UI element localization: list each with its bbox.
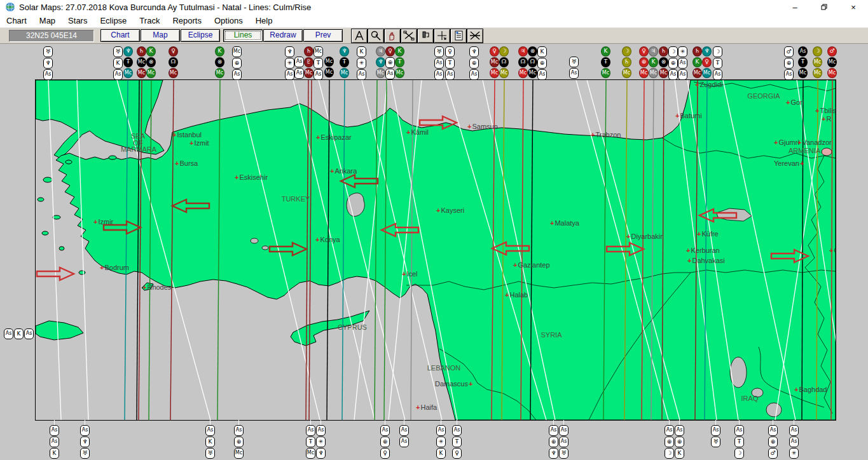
glyph-badge: ♀ [490, 46, 499, 57]
glyph-badge: K [537, 46, 547, 57]
city-marker: +Trabzon [590, 131, 621, 139]
astro-line-badge-stack: ♆⊕As [469, 46, 479, 80]
city-marker: +Tbilisi [815, 107, 836, 114]
glyph-badge: ☽ [499, 46, 509, 57]
astro-line-badge-stack: KŦMc [601, 46, 610, 78]
astro-line-badge-stack: ♆✳As [285, 46, 294, 80]
line-connector [441, 420, 441, 425]
solar-maps-window: { "window": { "title": "Solar Maps: 27.0… [0, 0, 868, 460]
city-cross: + [822, 115, 825, 123]
glyph-badge: As [380, 425, 390, 436]
line-connector [54, 420, 55, 425]
city-label: Diyarbakir [631, 233, 663, 240]
city-cross: + [695, 81, 699, 88]
glyph-badge: Mc [702, 68, 712, 78]
report-tool-icon[interactable] [450, 29, 467, 43]
glyph-badge: Mc [232, 46, 242, 57]
city-cross: + [235, 173, 238, 181]
city-marker: +Dahvakasi [687, 257, 725, 264]
glyph-badge: As [668, 69, 678, 80]
city-cross: + [93, 218, 97, 226]
astro-line-badge-stack: As✳K [436, 425, 446, 459]
glyph-badge: As [43, 69, 53, 80]
glyph-badge: K [601, 46, 610, 57]
app-globe-icon [5, 2, 15, 12]
title-bar: Solar Maps: 27.07.2018 Kova Burcunda Ay … [0, 0, 868, 14]
glyph-badge: ♄ [659, 46, 668, 57]
astro-line-badge-stack: ✳AsAs [678, 46, 687, 80]
menu-map[interactable]: Map [33, 15, 62, 27]
glyph-badge: Mc [639, 68, 649, 78]
astro-line-badge-stack: ♂⊕As [784, 46, 794, 80]
glyph-badge: ♅ [80, 448, 90, 459]
glyph-badge: K [357, 46, 366, 57]
menu-eclipse[interactable]: Eclipse [93, 15, 133, 27]
redraw-button[interactable]: Redraw [263, 29, 303, 42]
glyph-badge: ♅ [113, 46, 123, 57]
astro-line-badge-stack: AsAs [399, 425, 409, 447]
glyph-badge: ♀ [385, 46, 395, 57]
glyph-badge: ✳ [357, 58, 366, 69]
menu-track[interactable]: Track [133, 15, 166, 27]
glyph-badge: Mc [306, 448, 315, 459]
glyph-badge: K [205, 436, 215, 447]
city-marker: +Malatya [549, 219, 579, 227]
map-labels: +Istanbul+Izmit+Bursa+Eskisehir+Izmir+Bo… [36, 80, 836, 420]
region-label: LEBANON [427, 364, 461, 372]
menu-reports[interactable]: Reports [166, 15, 208, 27]
city-marker: +Kâmil [406, 128, 429, 136]
city-label: Izmit [194, 139, 209, 147]
glyph-badge: ♄ [692, 46, 702, 57]
zoom-tool-icon[interactable] [368, 29, 384, 43]
menu-help[interactable]: Help [249, 15, 279, 27]
glyph-badge: As [50, 436, 59, 447]
city-label: Izmir [98, 218, 113, 226]
menu-chart[interactable]: Chart [0, 15, 33, 27]
roller-tool-icon[interactable] [417, 29, 434, 43]
map-view[interactable]: +Istanbul+Izmit+Bursa+Eskisehir+Izmir+Bo… [35, 79, 836, 421]
city-label: Samsun [472, 123, 497, 130]
glyph-badge: As [436, 425, 446, 436]
glyph-badge: ☽ [622, 46, 631, 57]
glyph-badge: As [434, 58, 444, 69]
astro-line-badge-stack: K✳As [357, 46, 366, 80]
astro-line-badge-stack: Mc⊕As [232, 46, 242, 80]
restore-button[interactable] [809, 0, 839, 14]
eclipse-button[interactable]: Eclipse [181, 29, 220, 42]
glyph-badge: As [4, 328, 13, 339]
astro-line-badge-stack: ♆ŦMc [123, 46, 133, 78]
glyph-badge: K [395, 46, 404, 57]
city-label: Ankara [334, 167, 357, 175]
chart-button[interactable]: Chart [100, 29, 140, 42]
glyph-badge: Mc [324, 57, 334, 67]
prev-button[interactable]: Prev [303, 29, 343, 42]
locate-tool-icon[interactable] [434, 29, 450, 43]
clip-tool-icon[interactable] [401, 29, 417, 43]
glyph-badge: Mc [376, 68, 385, 78]
remove-lines-icon[interactable] [467, 29, 483, 43]
minimize-button[interactable]: – [780, 0, 809, 14]
close-button[interactable]: × [839, 0, 868, 14]
glyph-badge: Mc [601, 68, 610, 78]
city-label: Bursa [179, 159, 198, 167]
city-label: Vanadzor [802, 139, 831, 146]
city-label: Küfre [701, 230, 718, 238]
glyph-badge: As [768, 425, 778, 436]
glyph-badge: ♂ [784, 46, 794, 57]
menu-options[interactable]: Options [208, 15, 249, 27]
map-button[interactable]: Map [141, 29, 180, 42]
astro-line-badge-stack: AsAsK [50, 425, 59, 459]
glyph-badge: ♆ [549, 448, 558, 459]
menu-stars[interactable]: Stars [62, 15, 93, 27]
city-label: Malatya [555, 219, 579, 227]
astro-line-badge-stack: AsAs✳ [789, 425, 799, 459]
astro-line-badge-stack: ☽⊕As [668, 46, 678, 80]
glyph-badge: ✳ [678, 46, 687, 57]
compass-tool-icon[interactable] [351, 29, 368, 43]
pan-hand-icon[interactable] [384, 29, 401, 43]
glyph-badge: Ŧ [340, 57, 349, 67]
city-cross: + [416, 403, 420, 411]
glyph-badge: Ŧ [306, 436, 315, 447]
lines-button[interactable]: Lines [223, 29, 263, 42]
glyph-badge: As [452, 425, 462, 436]
